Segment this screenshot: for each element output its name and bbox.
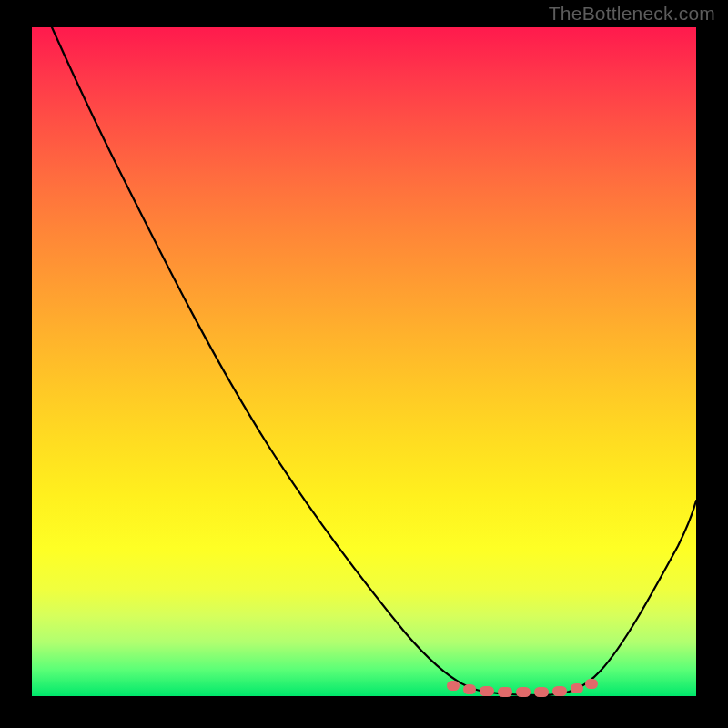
optimal-marker [534, 687, 549, 697]
optimal-marker [480, 686, 494, 696]
optimal-marker [447, 681, 460, 691]
optimal-marker [571, 683, 583, 693]
chart-frame: TheBottleneck.com [0, 0, 728, 728]
plot-area [32, 27, 696, 696]
watermark-text: TheBottleneck.com [549, 3, 715, 25]
curve-path [52, 27, 696, 695]
optimal-marker [585, 679, 598, 689]
optimal-marker [463, 684, 476, 694]
optimal-marker [498, 687, 512, 697]
optimal-marker [516, 687, 531, 697]
bottleneck-curve [32, 27, 696, 696]
optimal-marker [552, 686, 567, 696]
